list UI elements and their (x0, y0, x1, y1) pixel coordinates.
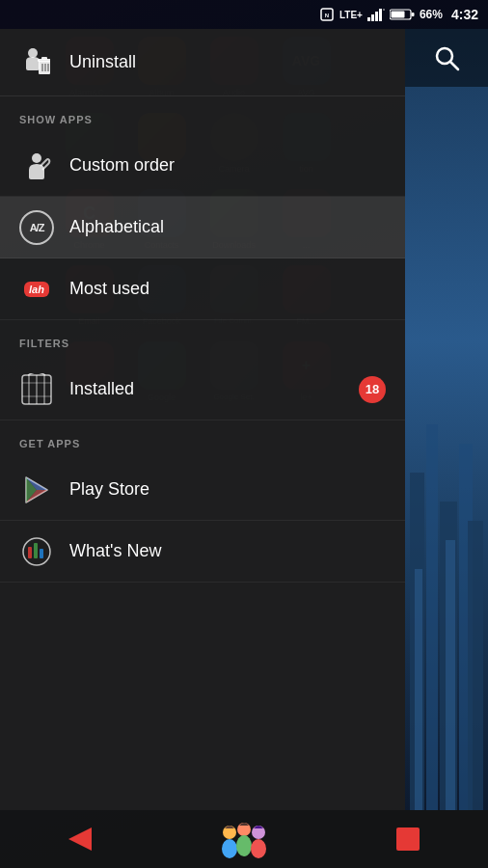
svg-text:N: N (325, 13, 329, 18)
svg-rect-22 (41, 57, 47, 60)
svg-rect-1 (426, 424, 438, 810)
status-icons: N LTE+ 66% 4:32 (319, 7, 478, 22)
battery-icon (390, 8, 415, 21)
clock: 4:32 (451, 7, 478, 22)
svg-point-47 (251, 839, 266, 858)
svg-rect-9 (367, 17, 370, 21)
svg-rect-10 (371, 14, 374, 21)
alphabetical-label: Alphabetical (69, 217, 164, 237)
lah-icon: lah (19, 272, 54, 307)
filters-header: FILTERS (0, 320, 405, 359)
svg-rect-16 (391, 12, 404, 18)
status-bar: N LTE+ 66% 4:32 (0, 0, 488, 29)
play-store-row[interactable]: Play Store (0, 459, 405, 521)
svg-rect-4 (415, 569, 422, 810)
svg-marker-41 (68, 827, 92, 851)
play-store-icon (19, 473, 54, 507)
recents-icon (394, 826, 421, 853)
nfc-icon: N (319, 7, 335, 22)
whats-new-row[interactable]: What's New (0, 521, 405, 583)
cage-icon (19, 372, 54, 407)
search-button[interactable] (405, 29, 488, 87)
custom-order-label: Custom order (69, 155, 175, 176)
custom-order-row[interactable]: Custom order (0, 135, 405, 197)
bottom-navigation (0, 810, 488, 868)
uninstall-row[interactable]: Uninstall (0, 29, 405, 96)
search-icon (433, 44, 460, 71)
show-apps-header: SHOW APPS (0, 96, 405, 135)
svg-rect-12 (379, 9, 382, 21)
back-icon (65, 824, 95, 854)
most-used-row[interactable]: lah Most used (0, 258, 405, 320)
home-button[interactable] (210, 815, 278, 863)
whats-new-label: What's New (69, 541, 161, 561)
custom-order-icon (19, 149, 54, 183)
get-apps-title: GET APPS (19, 438, 80, 449)
svg-point-19 (28, 48, 38, 58)
installed-row[interactable]: Installed 18 (0, 359, 405, 420)
play-store-label: Play Store (69, 479, 149, 500)
svg-rect-39 (34, 543, 38, 558)
uninstall-label: Uninstall (69, 52, 136, 72)
svg-point-45 (236, 835, 252, 856)
alphabetical-row[interactable]: A/Z Alphabetical (0, 197, 405, 258)
svg-point-26 (32, 153, 41, 163)
svg-rect-13 (383, 9, 385, 11)
back-button[interactable] (51, 815, 109, 863)
recents-button[interactable] (379, 815, 437, 863)
signal-icon (367, 8, 385, 21)
svg-rect-5 (446, 540, 455, 810)
svg-point-43 (222, 839, 237, 858)
installed-label: Installed (69, 379, 134, 399)
city-background (405, 29, 488, 810)
battery-percent: 66% (420, 8, 443, 21)
show-apps-title: SHOW APPS (19, 114, 93, 125)
filters-title: FILTERS (19, 338, 69, 349)
trash-icon (19, 45, 54, 80)
az-icon: A/Z (19, 210, 54, 245)
home-icon (215, 815, 273, 863)
app-drawer-menu: Uninstall SHOW APPS Custom order A/Z Alp… (0, 29, 405, 810)
svg-rect-38 (28, 547, 32, 558)
lte-indicator: LTE+ (339, 10, 363, 20)
svg-line-18 (450, 62, 458, 69)
installed-badge: 18 (359, 376, 386, 403)
most-used-label: Most used (69, 279, 149, 299)
svg-rect-11 (375, 12, 378, 21)
whats-new-icon (19, 534, 54, 569)
svg-rect-48 (396, 827, 420, 851)
svg-rect-6 (468, 521, 483, 810)
get-apps-header: GET APPS (0, 420, 405, 459)
svg-rect-40 (40, 549, 43, 558)
svg-rect-15 (411, 13, 414, 16)
